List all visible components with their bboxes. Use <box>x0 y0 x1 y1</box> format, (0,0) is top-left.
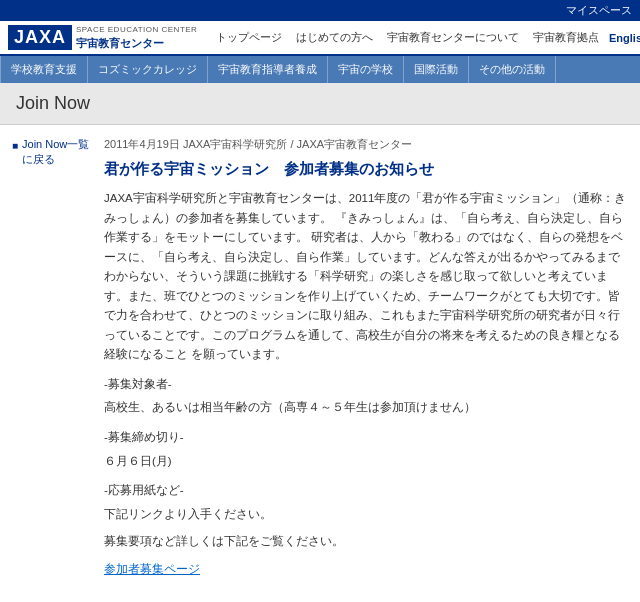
bullet-icon: ■ <box>12 139 18 153</box>
section-form-label: -応募用紙など- <box>104 481 628 501</box>
subnav-other[interactable]: その他の活動 <box>469 56 556 83</box>
main-content: 2011年4月19日 JAXA宇宙科学研究所 / JAXA宇宙教育センター 君が… <box>104 137 628 587</box>
section-detail-prefix: 募集要項など詳しくは下記をご覧ください。 <box>104 532 628 552</box>
page-title-bar: Join Now <box>0 83 640 125</box>
article-body: JAXA宇宙科学研究所と宇宙教育センターは、2011年度の「君が作る宇宙ミッショ… <box>104 189 628 579</box>
subnav-teacher[interactable]: 宇宙教育指導者養成 <box>208 56 328 83</box>
section-deadline-content: ６月６日(月) <box>104 452 628 472</box>
jaxa-badge[interactable]: JAXA <box>8 25 72 50</box>
my-space-link[interactable]: マイスペース <box>566 4 632 16</box>
logo-text-area: SPACE EDUCATION CENTER 宇宙教育センター <box>76 25 197 50</box>
center-name: 宇宙教育センター <box>76 36 197 50</box>
subnav-international[interactable]: 国際活動 <box>404 56 469 83</box>
logo-area: JAXA SPACE EDUCATION CENTER 宇宙教育センター <box>0 25 210 50</box>
nav-top[interactable]: トップページ <box>210 28 288 47</box>
space-edu-label: SPACE EDUCATION CENTER <box>76 25 197 35</box>
participants-page-link[interactable]: 参加者募集ページ <box>104 563 200 575</box>
section-target-content: 高校生、あるいは相当年齢の方（高専４～５年生は参加頂けません） <box>104 398 628 418</box>
section-form-content: 下記リンクより入手ください。 <box>104 505 628 525</box>
section-deadline-label: -募集締め切り- <box>104 428 628 448</box>
section-detail-link-wrapper: 参加者募集ページ <box>104 560 628 580</box>
section-target-label: -募集対象者- <box>104 375 628 395</box>
subnav-cosmic[interactable]: コズミックカレッジ <box>88 56 208 83</box>
nav-bases[interactable]: 宇宙教育拠点 <box>527 28 605 47</box>
article-paragraph-1: JAXA宇宙科学研究所と宇宙教育センターは、2011年度の「君が作る宇宙ミッショ… <box>104 189 628 365</box>
subnav-space-school[interactable]: 宇宙の学校 <box>328 56 404 83</box>
english-link[interactable]: English <box>605 30 640 46</box>
nav-about[interactable]: 宇宙教育センターについて <box>381 28 525 47</box>
sidebar-back-label: Join Now一覧に戻る <box>22 137 92 168</box>
sidebar-back-link[interactable]: ■ Join Now一覧に戻る <box>12 137 92 168</box>
nav-links: トップページ はじめての方へ 宇宙教育センターについて 宇宙教育拠点 <box>210 28 605 47</box>
page-title: Join Now <box>16 93 624 114</box>
nav-right: English JAXAサイト <box>605 28 640 47</box>
nav-beginners[interactable]: はじめての方へ <box>290 28 379 47</box>
top-bar: マイスペース <box>0 0 640 21</box>
jaxa-logo: JAXA SPACE EDUCATION CENTER 宇宙教育センター <box>8 25 197 50</box>
content-wrapper: ■ Join Now一覧に戻る 2011年4月19日 JAXA宇宙科学研究所 /… <box>0 125 640 599</box>
sub-nav: 学校教育支援 コズミックカレッジ 宇宙教育指導者養成 宇宙の学校 国際活動 その… <box>0 56 640 83</box>
article-meta: 2011年4月19日 JAXA宇宙科学研究所 / JAXA宇宙教育センター <box>104 137 628 152</box>
article-title: 君が作る宇宙ミッション 参加者募集のお知らせ <box>104 158 628 179</box>
subnav-school[interactable]: 学校教育支援 <box>0 56 88 83</box>
sidebar: ■ Join Now一覧に戻る <box>12 137 92 587</box>
main-nav: JAXA SPACE EDUCATION CENTER 宇宙教育センター トップ… <box>0 21 640 56</box>
